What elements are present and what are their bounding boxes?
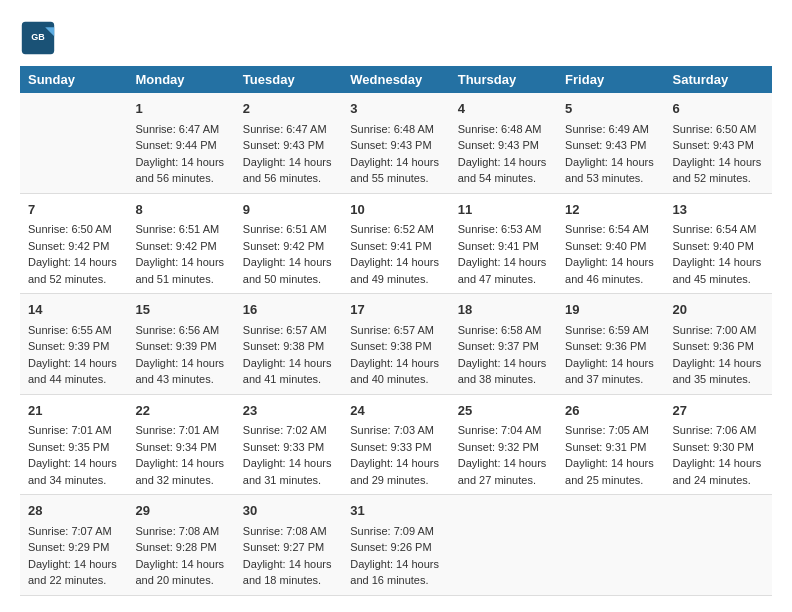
- day-number: 7: [28, 200, 119, 220]
- calendar-cell: 11Sunrise: 6:53 AM Sunset: 9:41 PM Dayli…: [450, 193, 557, 294]
- day-number: 20: [673, 300, 764, 320]
- cell-content: Sunrise: 7:05 AM Sunset: 9:31 PM Dayligh…: [565, 422, 656, 488]
- logo: GB: [20, 20, 60, 56]
- cell-content: Sunrise: 6:49 AM Sunset: 9:43 PM Dayligh…: [565, 121, 656, 187]
- calendar-cell: 8Sunrise: 6:51 AM Sunset: 9:42 PM Daylig…: [127, 193, 234, 294]
- calendar-cell: 12Sunrise: 6:54 AM Sunset: 9:40 PM Dayli…: [557, 193, 664, 294]
- cell-content: Sunrise: 7:03 AM Sunset: 9:33 PM Dayligh…: [350, 422, 441, 488]
- col-header-saturday: Saturday: [665, 66, 772, 93]
- calendar-cell: 31Sunrise: 7:09 AM Sunset: 9:26 PM Dayli…: [342, 495, 449, 596]
- week-row-4: 21Sunrise: 7:01 AM Sunset: 9:35 PM Dayli…: [20, 394, 772, 495]
- day-number: 10: [350, 200, 441, 220]
- calendar-cell: 10Sunrise: 6:52 AM Sunset: 9:41 PM Dayli…: [342, 193, 449, 294]
- col-header-sunday: Sunday: [20, 66, 127, 93]
- cell-content: Sunrise: 7:08 AM Sunset: 9:28 PM Dayligh…: [135, 523, 226, 589]
- week-row-1: 1Sunrise: 6:47 AM Sunset: 9:44 PM Daylig…: [20, 93, 772, 193]
- svg-text:GB: GB: [31, 32, 45, 42]
- cell-content: Sunrise: 7:02 AM Sunset: 9:33 PM Dayligh…: [243, 422, 334, 488]
- cell-content: Sunrise: 6:48 AM Sunset: 9:43 PM Dayligh…: [458, 121, 549, 187]
- calendar-cell: 22Sunrise: 7:01 AM Sunset: 9:34 PM Dayli…: [127, 394, 234, 495]
- day-number: 22: [135, 401, 226, 421]
- calendar-cell: 3Sunrise: 6:48 AM Sunset: 9:43 PM Daylig…: [342, 93, 449, 193]
- cell-content: Sunrise: 7:08 AM Sunset: 9:27 PM Dayligh…: [243, 523, 334, 589]
- day-number: 1: [135, 99, 226, 119]
- calendar-cell: 4Sunrise: 6:48 AM Sunset: 9:43 PM Daylig…: [450, 93, 557, 193]
- cell-content: Sunrise: 6:57 AM Sunset: 9:38 PM Dayligh…: [243, 322, 334, 388]
- cell-content: Sunrise: 6:50 AM Sunset: 9:43 PM Dayligh…: [673, 121, 764, 187]
- day-number: 19: [565, 300, 656, 320]
- day-number: 28: [28, 501, 119, 521]
- calendar-cell: 23Sunrise: 7:02 AM Sunset: 9:33 PM Dayli…: [235, 394, 342, 495]
- calendar-cell: 24Sunrise: 7:03 AM Sunset: 9:33 PM Dayli…: [342, 394, 449, 495]
- calendar-cell: 27Sunrise: 7:06 AM Sunset: 9:30 PM Dayli…: [665, 394, 772, 495]
- calendar-cell: 29Sunrise: 7:08 AM Sunset: 9:28 PM Dayli…: [127, 495, 234, 596]
- calendar-cell: 5Sunrise: 6:49 AM Sunset: 9:43 PM Daylig…: [557, 93, 664, 193]
- cell-content: Sunrise: 6:53 AM Sunset: 9:41 PM Dayligh…: [458, 221, 549, 287]
- calendar-cell: 15Sunrise: 6:56 AM Sunset: 9:39 PM Dayli…: [127, 294, 234, 395]
- cell-content: Sunrise: 6:48 AM Sunset: 9:43 PM Dayligh…: [350, 121, 441, 187]
- day-number: 15: [135, 300, 226, 320]
- cell-content: Sunrise: 6:59 AM Sunset: 9:36 PM Dayligh…: [565, 322, 656, 388]
- day-number: 3: [350, 99, 441, 119]
- cell-content: Sunrise: 7:07 AM Sunset: 9:29 PM Dayligh…: [28, 523, 119, 589]
- calendar-cell: 6Sunrise: 6:50 AM Sunset: 9:43 PM Daylig…: [665, 93, 772, 193]
- cell-content: Sunrise: 6:54 AM Sunset: 9:40 PM Dayligh…: [565, 221, 656, 287]
- day-number: 16: [243, 300, 334, 320]
- calendar-table: SundayMondayTuesdayWednesdayThursdayFrid…: [20, 66, 772, 596]
- day-number: 21: [28, 401, 119, 421]
- cell-content: Sunrise: 7:01 AM Sunset: 9:35 PM Dayligh…: [28, 422, 119, 488]
- page-header: GB: [20, 20, 772, 56]
- day-number: 27: [673, 401, 764, 421]
- cell-content: Sunrise: 7:06 AM Sunset: 9:30 PM Dayligh…: [673, 422, 764, 488]
- col-header-friday: Friday: [557, 66, 664, 93]
- cell-content: Sunrise: 6:55 AM Sunset: 9:39 PM Dayligh…: [28, 322, 119, 388]
- day-number: 30: [243, 501, 334, 521]
- calendar-cell: 2Sunrise: 6:47 AM Sunset: 9:43 PM Daylig…: [235, 93, 342, 193]
- day-number: 13: [673, 200, 764, 220]
- day-number: 11: [458, 200, 549, 220]
- calendar-cell: 25Sunrise: 7:04 AM Sunset: 9:32 PM Dayli…: [450, 394, 557, 495]
- calendar-cell: 9Sunrise: 6:51 AM Sunset: 9:42 PM Daylig…: [235, 193, 342, 294]
- calendar-cell: [557, 495, 664, 596]
- col-header-wednesday: Wednesday: [342, 66, 449, 93]
- day-number: 12: [565, 200, 656, 220]
- day-number: 29: [135, 501, 226, 521]
- day-number: 18: [458, 300, 549, 320]
- calendar-cell: [20, 93, 127, 193]
- calendar-cell: 20Sunrise: 7:00 AM Sunset: 9:36 PM Dayli…: [665, 294, 772, 395]
- logo-icon: GB: [20, 20, 56, 56]
- day-number: 6: [673, 99, 764, 119]
- cell-content: Sunrise: 6:51 AM Sunset: 9:42 PM Dayligh…: [135, 221, 226, 287]
- week-row-3: 14Sunrise: 6:55 AM Sunset: 9:39 PM Dayli…: [20, 294, 772, 395]
- cell-content: Sunrise: 6:47 AM Sunset: 9:43 PM Dayligh…: [243, 121, 334, 187]
- day-number: 9: [243, 200, 334, 220]
- day-number: 24: [350, 401, 441, 421]
- day-number: 31: [350, 501, 441, 521]
- day-number: 26: [565, 401, 656, 421]
- calendar-cell: 13Sunrise: 6:54 AM Sunset: 9:40 PM Dayli…: [665, 193, 772, 294]
- cell-content: Sunrise: 7:09 AM Sunset: 9:26 PM Dayligh…: [350, 523, 441, 589]
- cell-content: Sunrise: 6:54 AM Sunset: 9:40 PM Dayligh…: [673, 221, 764, 287]
- calendar-cell: 18Sunrise: 6:58 AM Sunset: 9:37 PM Dayli…: [450, 294, 557, 395]
- day-number: 17: [350, 300, 441, 320]
- day-number: 2: [243, 99, 334, 119]
- calendar-cell: 28Sunrise: 7:07 AM Sunset: 9:29 PM Dayli…: [20, 495, 127, 596]
- day-number: 5: [565, 99, 656, 119]
- calendar-cell: 7Sunrise: 6:50 AM Sunset: 9:42 PM Daylig…: [20, 193, 127, 294]
- calendar-cell: 16Sunrise: 6:57 AM Sunset: 9:38 PM Dayli…: [235, 294, 342, 395]
- cell-content: Sunrise: 6:50 AM Sunset: 9:42 PM Dayligh…: [28, 221, 119, 287]
- calendar-cell: 26Sunrise: 7:05 AM Sunset: 9:31 PM Dayli…: [557, 394, 664, 495]
- cell-content: Sunrise: 6:56 AM Sunset: 9:39 PM Dayligh…: [135, 322, 226, 388]
- header-row: SundayMondayTuesdayWednesdayThursdayFrid…: [20, 66, 772, 93]
- day-number: 4: [458, 99, 549, 119]
- cell-content: Sunrise: 7:00 AM Sunset: 9:36 PM Dayligh…: [673, 322, 764, 388]
- col-header-thursday: Thursday: [450, 66, 557, 93]
- week-row-5: 28Sunrise: 7:07 AM Sunset: 9:29 PM Dayli…: [20, 495, 772, 596]
- calendar-cell: 21Sunrise: 7:01 AM Sunset: 9:35 PM Dayli…: [20, 394, 127, 495]
- day-number: 25: [458, 401, 549, 421]
- cell-content: Sunrise: 6:47 AM Sunset: 9:44 PM Dayligh…: [135, 121, 226, 187]
- calendar-cell: 1Sunrise: 6:47 AM Sunset: 9:44 PM Daylig…: [127, 93, 234, 193]
- calendar-cell: 14Sunrise: 6:55 AM Sunset: 9:39 PM Dayli…: [20, 294, 127, 395]
- cell-content: Sunrise: 7:04 AM Sunset: 9:32 PM Dayligh…: [458, 422, 549, 488]
- calendar-cell: 19Sunrise: 6:59 AM Sunset: 9:36 PM Dayli…: [557, 294, 664, 395]
